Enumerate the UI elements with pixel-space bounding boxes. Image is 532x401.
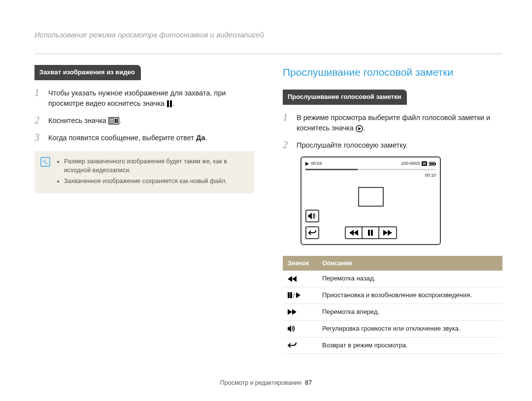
note-icon: ✎ bbox=[40, 157, 50, 167]
th-desc: Описание bbox=[317, 256, 502, 271]
section-title: Прослушивание голосовой заметки bbox=[283, 65, 502, 80]
icon-table: Значок Описание Перемотка назад. / Приос… bbox=[283, 256, 502, 354]
svg-rect-24 bbox=[288, 292, 290, 298]
table-row: Перемотка назад. bbox=[283, 271, 502, 287]
header-rule bbox=[34, 54, 502, 54]
step-text-end: . bbox=[119, 117, 121, 124]
forward-icon bbox=[288, 309, 312, 315]
forward-icon bbox=[383, 230, 392, 236]
svg-rect-14 bbox=[433, 163, 434, 165]
svg-rect-3 bbox=[110, 119, 114, 123]
svg-rect-25 bbox=[290, 292, 292, 298]
elapsed-time: 00:04 bbox=[311, 160, 322, 167]
step-bold: Да bbox=[196, 134, 205, 142]
capture-icon bbox=[108, 117, 119, 124]
right-tab: Прослушивание голосовой заметки bbox=[283, 90, 407, 105]
step-number: 1 bbox=[34, 87, 43, 98]
step-text: Коснитесь значка bbox=[48, 117, 108, 124]
play-indicator-icon bbox=[305, 162, 309, 166]
svg-marker-27 bbox=[296, 292, 300, 298]
svg-marker-9 bbox=[305, 162, 309, 166]
svg-point-4 bbox=[111, 120, 113, 122]
file-id: 100-0003 bbox=[401, 160, 420, 167]
rewind-button[interactable] bbox=[346, 227, 363, 238]
playback-controls bbox=[345, 226, 397, 239]
right-step-2: 2 Прослушайте голосовую заметку. bbox=[283, 139, 502, 151]
svg-rect-13 bbox=[432, 163, 432, 165]
storage-badge: IN bbox=[422, 161, 427, 166]
svg-marker-23 bbox=[288, 276, 292, 282]
table-row: Регулировка громкости или отключение зву… bbox=[283, 320, 502, 337]
right-step-1: 1 В режиме просмотра выберите файл голос… bbox=[283, 112, 502, 133]
svg-marker-17 bbox=[349, 230, 354, 236]
return-icon bbox=[288, 342, 312, 349]
step-text: В режиме просмотра выберите файл голосов… bbox=[297, 114, 490, 132]
note-item: Размер захваченного изображения будет та… bbox=[64, 157, 245, 175]
step-text: Прослушайте голосовую заметку. bbox=[297, 139, 502, 151]
svg-rect-5 bbox=[115, 119, 116, 123]
svg-marker-8 bbox=[359, 127, 362, 130]
return-button[interactable] bbox=[305, 226, 319, 239]
right-column: Прослушивание голосовой заметки Прослуши… bbox=[283, 65, 502, 354]
row-desc: Регулировка громкости или отключение зву… bbox=[317, 320, 502, 337]
step-text-end: . bbox=[172, 99, 174, 107]
page-number: 87 bbox=[305, 379, 312, 386]
svg-rect-12 bbox=[430, 163, 431, 165]
table-row: / Приостановка и возобновление воспроизв… bbox=[283, 287, 502, 304]
svg-marker-28 bbox=[288, 309, 292, 315]
svg-rect-0 bbox=[167, 100, 169, 107]
return-icon bbox=[308, 229, 316, 236]
volume-icon bbox=[288, 325, 312, 332]
thumbnail-placeholder bbox=[358, 187, 384, 207]
step-text-end: . bbox=[205, 134, 207, 142]
svg-rect-19 bbox=[371, 230, 373, 236]
step-text: Чтобы указать нужное изображение для зах… bbox=[48, 89, 226, 107]
left-step-1: 1 Чтобы указать нужное изображение для з… bbox=[34, 87, 254, 109]
step-number: 2 bbox=[283, 139, 292, 150]
svg-rect-1 bbox=[170, 100, 172, 107]
svg-marker-21 bbox=[388, 230, 392, 236]
left-step-2: 2 Коснитесь значка . bbox=[34, 115, 254, 126]
table-row: Возврат в режим просмотра. bbox=[283, 337, 502, 354]
volume-icon bbox=[308, 213, 316, 219]
rewind-icon bbox=[349, 230, 358, 236]
pause-play-icon: / bbox=[288, 292, 312, 298]
left-tab: Захват изображения из видео bbox=[34, 65, 141, 80]
step-text: Когда появится сообщение, выберите ответ bbox=[48, 134, 196, 142]
th-icon: Значок bbox=[283, 256, 317, 271]
row-desc: Приостановка и возобновление воспроизвед… bbox=[317, 287, 502, 304]
note-item: Захваченное изображение сохраняется как … bbox=[64, 177, 245, 185]
svg-text:/: / bbox=[293, 292, 295, 298]
step-text-end: . bbox=[363, 124, 365, 132]
svg-marker-20 bbox=[383, 230, 388, 236]
svg-marker-29 bbox=[292, 309, 297, 315]
svg-marker-16 bbox=[354, 230, 358, 236]
step-number: 1 bbox=[283, 112, 292, 123]
rewind-icon bbox=[288, 276, 312, 282]
footer-section: Просмотр и редактирование bbox=[220, 379, 301, 386]
player-screen: 00:04 100-0003 IN 00:10 bbox=[300, 156, 441, 245]
volume-button[interactable] bbox=[305, 210, 319, 222]
left-step-3: 3 Когда появится сообщение, выберите отв… bbox=[34, 132, 254, 143]
play-circle-icon bbox=[356, 125, 363, 132]
row-desc: Возврат в режим просмотра. bbox=[317, 337, 502, 354]
forward-button[interactable] bbox=[379, 227, 396, 238]
note-box: ✎ Размер захваченного изображения будет … bbox=[34, 151, 254, 193]
pause-icon bbox=[166, 100, 172, 107]
svg-marker-22 bbox=[292, 276, 297, 282]
svg-rect-11 bbox=[435, 163, 436, 165]
step-number: 3 bbox=[34, 132, 43, 143]
svg-marker-30 bbox=[288, 325, 291, 332]
progress-bar bbox=[305, 169, 436, 170]
pause-button[interactable] bbox=[363, 227, 379, 238]
page-header: Использование режима просмотра фотоснимк… bbox=[34, 30, 502, 43]
step-number: 2 bbox=[34, 115, 43, 125]
svg-marker-15 bbox=[308, 213, 312, 219]
battery-icon bbox=[429, 162, 436, 166]
pause-icon bbox=[367, 230, 373, 236]
svg-rect-6 bbox=[116, 119, 118, 123]
row-desc: Перемотка вперед. bbox=[317, 304, 502, 320]
left-column: Захват изображения из видео 1 Чтобы указ… bbox=[34, 65, 254, 354]
row-desc: Перемотка назад. bbox=[317, 271, 502, 287]
page-footer: Просмотр и редактирование 87 bbox=[0, 378, 532, 387]
